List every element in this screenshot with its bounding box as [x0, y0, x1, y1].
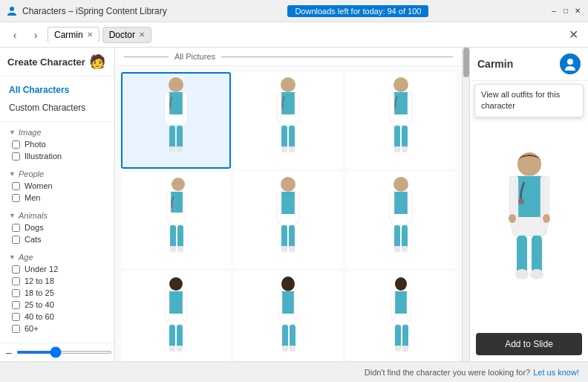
- svg-rect-55: [402, 225, 408, 247]
- character-figure-3: [375, 76, 427, 165]
- svg-rect-46: [289, 225, 295, 247]
- image-cell-6[interactable]: [346, 172, 456, 268]
- app-icon: [6, 5, 18, 17]
- close-window-button[interactable]: ✕: [573, 7, 582, 16]
- right-panel-character-image: [470, 120, 588, 327]
- image-cell-5[interactable]: [234, 172, 344, 268]
- filter-dogs[interactable]: Dogs: [6, 221, 108, 233]
- main-layout: Create Character 🧑 All Characters Custom…: [0, 48, 588, 361]
- filter-group-image-title[interactable]: ▼ Image: [6, 125, 108, 138]
- svg-point-93: [509, 214, 516, 223]
- svg-point-30: [394, 106, 397, 109]
- right-panel: Carmin View all outfits for this charact…: [469, 48, 588, 361]
- title-bar-left: Characters – iSpring Content Library: [6, 5, 167, 17]
- tab-doctor[interactable]: Doctor ✕: [102, 27, 151, 43]
- image-cell-4[interactable]: [121, 172, 231, 268]
- svg-rect-70: [278, 291, 282, 320]
- svg-point-95: [518, 198, 524, 204]
- add-to-slide-button[interactable]: Add to Slide: [476, 333, 582, 355]
- back-button[interactable]: ‹: [6, 26, 24, 44]
- image-cell-1[interactable]: [121, 72, 231, 169]
- let-us-know-link[interactable]: Let us know!: [533, 368, 579, 377]
- svg-point-39: [171, 206, 174, 209]
- character-figure-6: [375, 175, 427, 265]
- image-cell-3[interactable]: [346, 72, 456, 169]
- image-cell-7[interactable]: [121, 271, 231, 361]
- svg-rect-4: [165, 92, 169, 122]
- character-name: Carmin: [477, 58, 513, 70]
- filter-group-age-title[interactable]: ▼ Age: [6, 250, 108, 263]
- svg-rect-28: [394, 146, 400, 152]
- zoom-out-button[interactable]: –: [6, 346, 12, 358]
- svg-rect-80: [407, 291, 411, 320]
- nav-bar: ‹ › Carmin ✕ Doctor ✕ ✕: [0, 22, 588, 48]
- svg-rect-60: [169, 291, 183, 314]
- downloads-badge: Downloads left for today: 94 of 100: [287, 5, 428, 17]
- caret-icon: ▼: [9, 129, 16, 136]
- svg-rect-51: [394, 192, 408, 214]
- filter-women[interactable]: Women: [6, 180, 108, 192]
- create-char-label: Create Character: [7, 56, 85, 68]
- avatar: [560, 54, 581, 74]
- svg-point-10: [169, 106, 172, 109]
- filter-group-people-title[interactable]: ▼ People: [6, 166, 108, 180]
- nav-close-button[interactable]: ✕: [564, 26, 582, 44]
- right-panel-header: Carmin: [470, 48, 588, 81]
- svg-rect-19: [289, 146, 295, 152]
- svg-rect-84: [402, 346, 408, 352]
- filter-60plus[interactable]: 60+: [6, 323, 108, 334]
- content-with-scroll: All Pictures: [115, 48, 469, 361]
- svg-point-85: [567, 59, 573, 65]
- image-cell-9[interactable]: [346, 271, 456, 361]
- filter-12to18[interactable]: 12 to 18: [6, 275, 108, 287]
- create-character-button[interactable]: Create Character 🧑: [7, 54, 105, 70]
- sidebar-item-all-characters[interactable]: All Characters: [0, 81, 114, 99]
- svg-rect-92: [543, 176, 549, 217]
- svg-rect-73: [290, 325, 295, 347]
- svg-rect-3: [169, 92, 183, 114]
- svg-rect-35: [170, 225, 176, 247]
- svg-rect-29: [402, 146, 408, 152]
- nav-arrows: ‹ ›: [6, 26, 45, 44]
- svg-rect-17: [289, 126, 295, 148]
- tab-carmin[interactable]: Carmin ✕: [48, 27, 99, 43]
- image-cell-2[interactable]: [234, 72, 344, 169]
- svg-point-1: [169, 77, 183, 92]
- filter-40to60[interactable]: 40 to 60: [6, 311, 108, 323]
- svg-rect-82: [402, 325, 408, 347]
- filter-under12[interactable]: Under 12: [6, 263, 108, 275]
- tab-doctor-close[interactable]: ✕: [139, 31, 145, 39]
- view-outfits-tooltip[interactable]: View all outfits for this character: [474, 84, 584, 117]
- sidebar-item-custom-characters[interactable]: Custom Characters: [0, 99, 114, 117]
- scrollbar-thumb[interactable]: [463, 48, 469, 77]
- caret-icon: ▼: [9, 253, 16, 261]
- filter-25to40[interactable]: 25 to 40: [6, 299, 108, 311]
- svg-point-49: [393, 177, 408, 192]
- svg-rect-14: [277, 92, 281, 122]
- svg-point-11: [281, 77, 295, 92]
- character-large-figure: [489, 149, 570, 298]
- minimize-button[interactable]: –: [549, 7, 558, 16]
- filter-cats[interactable]: Cats: [6, 233, 108, 245]
- character-figure-7: [150, 275, 202, 361]
- svg-rect-47: [281, 246, 287, 252]
- filter-photo[interactable]: Photo: [6, 138, 108, 150]
- filter-group-people: ▼ People Women Men: [6, 166, 108, 204]
- scrollbar-track[interactable]: [463, 48, 469, 361]
- content-scrollbar[interactable]: [462, 48, 469, 361]
- forward-button[interactable]: ›: [27, 26, 45, 44]
- svg-point-58: [169, 277, 183, 291]
- svg-point-31: [172, 178, 185, 191]
- zoom-slider[interactable]: [16, 351, 112, 354]
- svg-rect-23: [394, 92, 408, 114]
- svg-point-0: [10, 7, 14, 11]
- filter-18to25[interactable]: 18 to 25: [6, 287, 108, 299]
- maximize-button[interactable]: □: [561, 7, 570, 16]
- filter-illustration[interactable]: Illustration: [6, 150, 108, 162]
- filter-men[interactable]: Men: [6, 192, 108, 204]
- tab-carmin-close[interactable]: ✕: [87, 31, 93, 39]
- filter-group-animals-title[interactable]: ▼ Animals: [6, 208, 108, 221]
- svg-rect-33: [171, 192, 183, 213]
- image-cell-8[interactable]: [234, 271, 344, 361]
- character-figure-1: [150, 76, 202, 165]
